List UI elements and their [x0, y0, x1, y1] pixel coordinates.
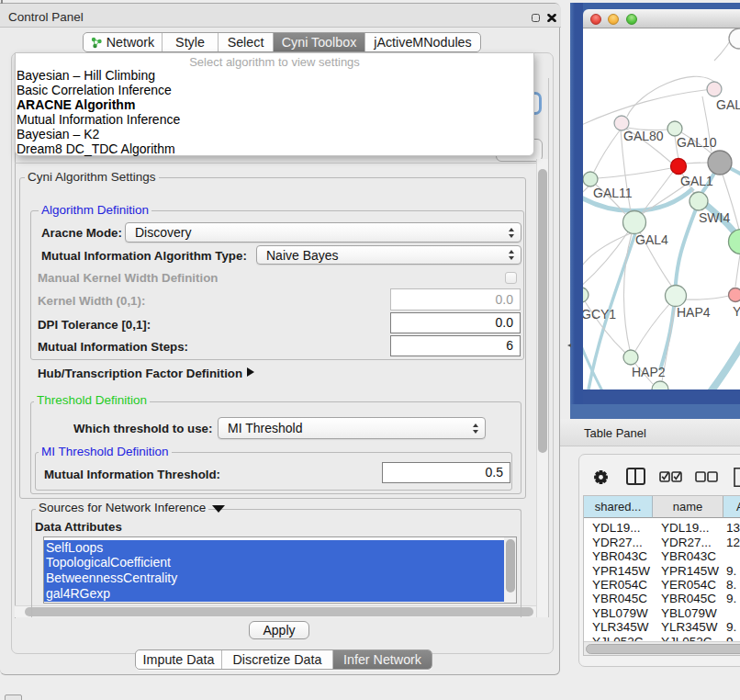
svg-text:HAP2: HAP2 — [632, 365, 666, 379]
svg-text:GAL10: GAL10 — [677, 135, 717, 150]
svg-text:HAP4: HAP4 — [677, 305, 711, 320]
svg-text:GAL4: GAL4 — [635, 232, 668, 247]
svg-text:GCY1: GCY1 — [583, 307, 616, 322]
svg-text:GAL80: GAL80 — [623, 129, 664, 143]
svg-text:GAL1: GAL1 — [680, 174, 713, 188]
svg-text:GAL2: GAL2 — [716, 97, 740, 112]
svg-text:SWI4: SWI4 — [699, 210, 730, 225]
svg-text:YE: YE — [733, 304, 740, 319]
svg-text:GAL11: GAL11 — [593, 186, 633, 200]
